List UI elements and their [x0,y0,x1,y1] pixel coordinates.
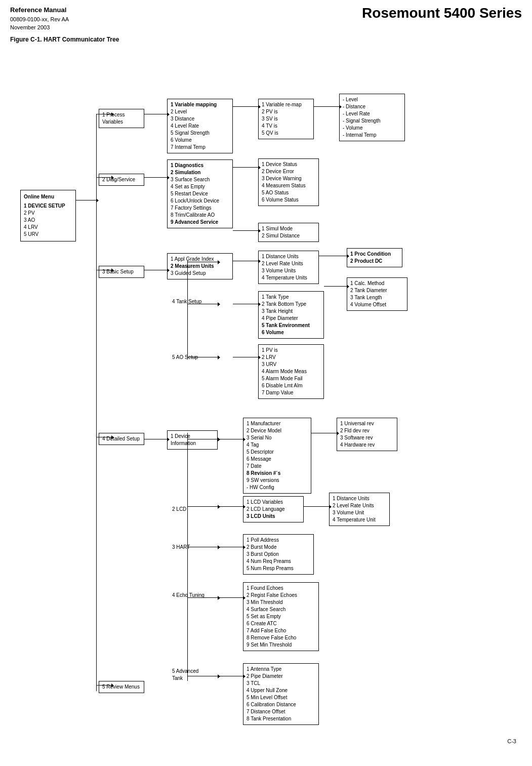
doc-title: Reference Manual [10,5,69,15]
h-detailed-lcd [187,506,197,507]
simul-box: 1 Simul Mode 2 Simul Distance [258,223,319,242]
doc-subtitle2: November 2003 [10,23,69,32]
main-vline [96,114,97,691]
device-info-box: 1 Device Information [167,430,218,450]
h-detailed-devinfo [187,439,197,439]
online-menu-label: Online Menu [24,193,72,200]
arrow-ao-pv [233,357,258,357]
arrow-appl-detail [197,262,218,262]
h-basic-tank [187,304,197,304]
h-diag [96,177,111,178]
h-detailed-adv [187,676,197,676]
arrow-adv-detail [197,676,218,676]
arrow-hart-poll [218,547,243,547]
arrow-devinfo-detail [197,439,218,439]
process-variables-box: 1 Process Variables [99,109,144,128]
product-title: Rosemount 5400 Series [362,5,522,21]
h-basic-ao [187,357,197,357]
h-detailed-echo [187,597,197,598]
figure-title: Figure C-1. HART Communicator Tree [10,36,522,43]
detailed-vline [187,433,188,681]
calc-method-box: 1 Calc. Method 2 Tank Diameter 3 Tank Le… [347,277,407,311]
arrow-devinfo-mfr [218,439,243,439]
h-review [96,685,111,686]
variable-remap-box: 1 Variable re-map 2 PV is 3 SV is 4 TV i… [258,99,314,139]
tank-type-box: 1 Tank Type 2 Tank Bottom Type 3 Tank He… [258,291,324,339]
arrow-lcd-vars [218,506,243,507]
review-menus-box: 5 Review Menus [99,681,144,693]
lcd-vars-box: 1 LCD Variables 2 LCD Language 3 LCD Uni… [243,496,304,522]
tank-setup-label-box: 4 Tank Setup [167,296,233,307]
page-number: C-3 [507,738,516,744]
doc-subtitle1: 00809-0100-xx, Rev AA [10,15,69,24]
page-header: Reference Manual 00809-0100-xx, Rev AA N… [10,5,522,32]
arrow-appl-dist [233,261,258,261]
diag-service-box: 2 Diag/Service [99,174,144,186]
diagram: Online Menu 1 DEVICE SETUP 2 PV 3 AO 4 L… [10,48,521,747]
arrow-diag-box [144,177,167,178]
arrow-diag-status [233,167,258,168]
arrow-dist-proc [319,256,347,256]
found-echoes-box: 1 Found Echoes 2 Regist False Echoes 3 M… [243,582,319,651]
poll-box: 1 Poll Address 2 Burst Mode 3 Burst Opti… [243,534,314,575]
echo-tuning-label-box: 4 Echo Tuning [167,590,218,601]
distance-units-box: 1 Distance Units 2 Level Rate Units 3 Vo… [258,251,319,284]
appl-grade-box: 1 Appl Grade Index 2 Measurem Units 3 Gu… [167,253,233,279]
arrow-adv-antenna [218,676,243,676]
ao-setup-label-box: 5 AO Setup [167,352,233,363]
distance-units2-box: 1 Distance Units 2 Level Rate Units 3 Vo… [329,493,390,526]
arrow-diag-simul [233,230,258,231]
arrow-tank-detail [197,304,218,304]
h-process-var [96,114,111,114]
detailed-setup-box: 4 Detailed Setup [99,433,144,445]
header-left: Reference Manual 00809-0100-xx, Rev AA N… [10,5,69,32]
online-menu-box: Online Menu 1 DEVICE SETUP 2 PV 3 AO 4 L… [20,190,76,241]
arrow-vm-remap [233,106,258,107]
arrow-main [76,200,96,200]
advanced-tank-label-box: 5 Advanced Tank [167,666,218,684]
arrow-mfr-univ [311,433,337,433]
pv-lrv-box: 1 PV is 2 LRV 3 URV 4 Alarm Mode Meas 5 … [258,344,324,399]
hart-label-box: 3 HART [167,542,218,553]
arrow-lcd-detail [197,506,218,507]
arrow-type-calc [324,286,347,287]
universal-rev-box: 1 Universal rev 2 Fld dev rev 3 Software… [337,418,397,451]
antenna-type-box: 1 Antenna Type 2 Pipe Diameter 3 TCL 4 U… [243,663,319,725]
h-basic-appl [187,262,197,262]
h-detailed [96,437,111,437]
proc-condition-box: 1 Proc Condition 2 Product DC [347,248,402,267]
arrow-echo-detail [197,597,218,598]
arrow-tank-setup-type [233,304,258,304]
device-status-box: 1 Device Status 2 Device Error 3 Device … [258,158,319,206]
online-menu-items: 1 DEVICE SETUP 2 PV 3 AO 4 LRV 5 URV [24,203,72,238]
basic-setup-box: 3 Basic Setup [99,266,144,278]
arrow-lcd-dist2 [304,506,329,507]
manufacturer-box: 1 Manufacturer 2 Device Model 3 Serial N… [243,418,311,494]
variable-mapping-box: 1 Variable mapping 2 Level 3 Distance 4 … [167,99,233,153]
h-detailed-hart [187,547,197,547]
arrow-detailed-devinfo [144,439,167,439]
h-basic [96,270,111,270]
arrow-echo-found [218,597,243,598]
arrow-basic-appl [144,270,167,270]
basic-vline [187,261,188,359]
arrow-remap-level [314,106,339,107]
lcd-label-box: 2 LCD [167,504,218,515]
level-list-box: - Level - Distance - Level Rate - Signal… [339,94,405,141]
diagnostics-box: 1 Diagnostics 2 Simulation 3 Surface Sea… [167,159,233,228]
arrow-ao-detail [197,357,218,357]
arrow-hart-detail [197,547,218,547]
arrow-pv-vm [144,114,167,114]
